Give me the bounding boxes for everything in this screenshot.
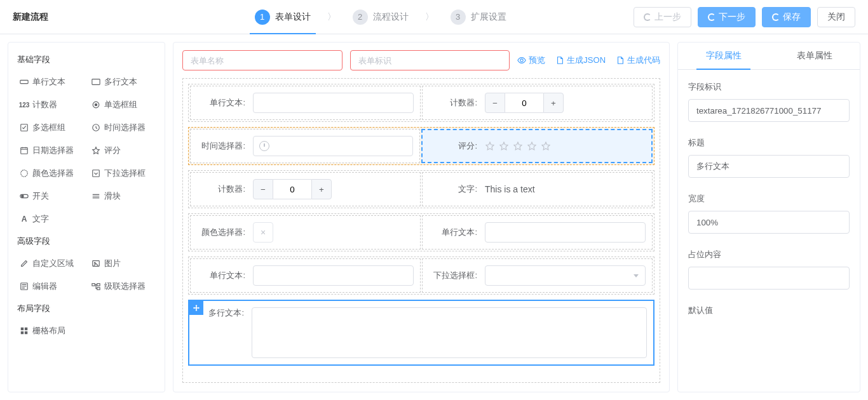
- clock-icon: [92, 123, 100, 132]
- prop-placeholder-input[interactable]: [688, 267, 850, 290]
- svg-rect-16: [97, 288, 100, 290]
- gen-json-button[interactable]: 生成JSON: [555, 55, 606, 66]
- cell-single-text[interactable]: 单行文本:: [190, 258, 421, 293]
- preview-button[interactable]: 预览: [517, 55, 545, 66]
- canvas[interactable]: 单行文本: 计数器: − +: [173, 78, 669, 392]
- field-color-picker[interactable]: 颜色选择器: [15, 162, 86, 185]
- counter-input[interactable]: [505, 93, 543, 113]
- color-picker[interactable]: ×: [253, 222, 273, 243]
- move-handle-icon[interactable]: [189, 301, 203, 315]
- field-single-line-text[interactable]: 单行文本: [15, 70, 86, 93]
- next-button[interactable]: 下一步: [698, 7, 756, 27]
- counter-icon: 123: [20, 100, 29, 109]
- single-text-input[interactable]: [485, 222, 646, 243]
- counter-decrease-button[interactable]: −: [253, 179, 273, 199]
- counter-increase-button[interactable]: +: [311, 179, 332, 199]
- prop-label-default: 默认值: [688, 305, 850, 316]
- prop-title-input[interactable]: [688, 155, 850, 178]
- cell-rate[interactable]: 评分:: [421, 129, 653, 163]
- step-form-design[interactable]: 1 表单设计: [243, 10, 322, 25]
- star-icon[interactable]: [499, 141, 509, 151]
- counter-decrease-button[interactable]: −: [485, 93, 505, 113]
- field-date-picker[interactable]: 日期选择器: [15, 139, 86, 162]
- star-icon[interactable]: [527, 141, 537, 151]
- prop-width-input[interactable]: [688, 211, 850, 234]
- field-switch[interactable]: 开关: [15, 185, 86, 208]
- category-layout: 布局字段: [15, 298, 158, 319]
- single-text-input[interactable]: [253, 265, 414, 286]
- cell-single-text[interactable]: 单行文本:: [190, 86, 421, 120]
- form-name-input[interactable]: [182, 50, 342, 70]
- field-custom-area[interactable]: 自定义区域: [15, 252, 86, 275]
- star-icon[interactable]: [541, 141, 551, 151]
- field-radio-group[interactable]: 单选框组: [86, 93, 158, 116]
- field-select[interactable]: 下拉选择框: [86, 162, 158, 185]
- field-counter[interactable]: 123计数器: [15, 93, 86, 116]
- cell-text[interactable]: 文字: This is a text: [422, 172, 653, 206]
- counter-input[interactable]: [273, 179, 311, 199]
- field-multi-line-text[interactable]: 多行文本: [86, 70, 158, 93]
- cell-textarea-selected[interactable]: 多行文本:: [188, 300, 654, 366]
- counter-increase-button[interactable]: +: [543, 93, 564, 113]
- grid-icon: [20, 326, 29, 335]
- file-icon: [555, 56, 564, 65]
- page-title: 新建流程: [13, 11, 127, 23]
- canvas-toolbar: 预览 生成JSON 生成代码: [173, 43, 669, 78]
- cell-counter[interactable]: 计数器: − +: [190, 172, 421, 206]
- single-text-input[interactable]: [253, 93, 414, 113]
- cell-single-text[interactable]: 单行文本:: [422, 215, 653, 250]
- editor-icon: [20, 282, 29, 291]
- tab-form-props[interactable]: 表单属性: [769, 43, 860, 69]
- field-image[interactable]: 图片: [86, 252, 158, 275]
- cell-time-picker[interactable]: 时间选择器:: [190, 129, 420, 163]
- field-time-picker[interactable]: 时间选择器: [86, 116, 158, 139]
- cascader-icon: [92, 282, 100, 291]
- loading-icon: [772, 13, 780, 21]
- rate-stars[interactable]: [485, 141, 645, 151]
- field-cascader[interactable]: 级联选择器: [86, 275, 158, 298]
- field-checkbox-group[interactable]: 多选框组: [15, 116, 86, 139]
- grid-row[interactable]: 单行文本: 下拉选择框:: [188, 257, 654, 295]
- tab-field-props[interactable]: 字段属性: [678, 43, 769, 69]
- grid-row[interactable]: 计数器: − + 文字: This is a text: [188, 170, 654, 208]
- field-palette: 基础字段 单行文本 多行文本 123计数器 单选框组 多选框组 时间选择器 日期…: [8, 42, 165, 392]
- header-actions: 上一步 下一步 保存 关闭: [634, 7, 855, 27]
- counter: − +: [253, 179, 414, 199]
- field-editor[interactable]: 编辑器: [15, 275, 86, 298]
- prop-key-input[interactable]: [688, 99, 850, 122]
- prev-button: 上一步: [634, 7, 691, 27]
- svg-rect-19: [21, 331, 24, 334]
- cell-counter[interactable]: 计数器: − +: [422, 86, 653, 120]
- field-slider[interactable]: 滑块: [86, 185, 158, 208]
- cell-color-picker[interactable]: 颜色选择器: ×: [190, 215, 421, 250]
- svg-rect-8: [93, 170, 100, 177]
- checkbox-icon: [20, 123, 29, 132]
- star-icon[interactable]: [485, 141, 495, 151]
- radio-icon: [92, 100, 100, 109]
- grid-row[interactable]: 时间选择器: 评分:: [188, 127, 654, 165]
- step-ext-config[interactable]: 3 扩展设置: [439, 10, 518, 25]
- image-icon: [92, 259, 100, 268]
- star-icon[interactable]: [513, 141, 523, 151]
- svg-point-7: [21, 170, 28, 177]
- static-text: This is a text: [485, 184, 646, 194]
- property-tabs: 字段属性 表单属性: [678, 43, 860, 70]
- field-grid-layout[interactable]: 栅格布局: [15, 319, 86, 342]
- field-text[interactable]: A文字: [15, 208, 86, 230]
- gen-code-button[interactable]: 生成代码: [616, 55, 660, 66]
- grid-row[interactable]: 颜色选择器: × 单行文本:: [188, 213, 654, 251]
- svg-rect-0: [20, 80, 28, 83]
- form-key-input[interactable]: [350, 50, 510, 70]
- field-rate[interactable]: 评分: [86, 139, 158, 162]
- multi-line-icon: [92, 77, 100, 86]
- close-button[interactable]: 关闭: [817, 7, 855, 27]
- textarea-input[interactable]: [252, 307, 647, 358]
- calendar-icon: [20, 146, 29, 155]
- step-flow-design[interactable]: 2 流程设计: [341, 10, 420, 25]
- grid-row[interactable]: 单行文本: 计数器: − +: [188, 84, 654, 122]
- time-picker-input[interactable]: [253, 136, 413, 156]
- text-icon: A: [20, 215, 29, 223]
- cell-select[interactable]: 下拉选择框:: [422, 258, 653, 293]
- select-input[interactable]: [485, 265, 646, 286]
- save-button[interactable]: 保存: [762, 7, 811, 27]
